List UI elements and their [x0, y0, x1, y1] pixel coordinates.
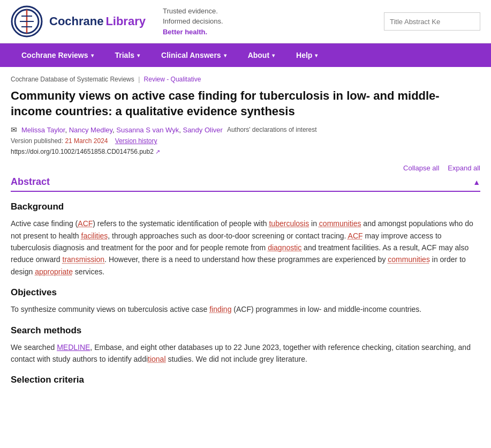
search-input[interactable]: [384, 12, 480, 31]
article-title: Community views on active case finding f…: [11, 88, 480, 119]
nav-clinical-answers[interactable]: Clinical Answers ▾: [150, 43, 237, 67]
communities-highlight-2: communities: [388, 255, 430, 264]
help-chevron-icon: ▾: [315, 53, 318, 58]
tuberculosis-highlight-1: tuberculosis: [269, 219, 309, 228]
main-nav: Cochrane Reviews ▾ Trials ▾ Clinical Ans…: [0, 43, 491, 67]
logo-cochrane: Cochrane Library: [49, 14, 146, 28]
breadcrumb: Cochrane Database of Systematic Reviews …: [11, 76, 480, 83]
diagnostic-highlight: diagnostic: [268, 243, 301, 252]
doi-line: https://doi.org/10.1002/14651858.CD01475…: [11, 148, 480, 155]
abstract-header[interactable]: Abstract ▲: [11, 176, 480, 192]
authors-line: ✉ Melissa Taylor, Nancy Medley, Susanna …: [11, 125, 480, 134]
background-body: Active case finding (ACF) refers to the …: [11, 218, 480, 278]
background-heading: Background: [11, 201, 480, 212]
version-line: Version published: 21 March 2024 Version…: [11, 137, 480, 145]
medline-link: MEDLINE: [57, 343, 90, 352]
appropriate-highlight: appropriate: [35, 267, 73, 276]
nav-trials[interactable]: Trials ▾: [104, 43, 151, 67]
author-melissa-link[interactable]: Melissa Taylor: [21, 126, 65, 134]
collapse-all-button[interactable]: Collapse all: [403, 164, 439, 172]
logo-area: Cochrane Library Trusted evidence. Infor…: [11, 5, 384, 38]
tagline-line3: Better health.: [163, 27, 223, 38]
email-icon: ✉: [11, 125, 17, 134]
author-nancy-link[interactable]: Nancy Medley: [69, 126, 112, 134]
breadcrumb-current: Review - Qualitative: [144, 76, 201, 83]
collapse-expand-bar: Collapse all Expand all: [11, 164, 480, 172]
declarations-link[interactable]: Authors' declarations of interest: [227, 126, 317, 133]
acf-highlight-2: ACF: [348, 232, 363, 240]
doi-link[interactable]: https://doi.org/10.1002/14651858.CD01475…: [11, 148, 154, 155]
external-link-icon: ↗: [155, 148, 160, 155]
facilities-highlight-1: facilities: [81, 232, 108, 240]
version-history-link[interactable]: Version history: [115, 137, 157, 145]
cochrane-reviews-chevron-icon: ▾: [91, 53, 94, 58]
abstract-collapse-icon: ▲: [473, 178, 480, 186]
nav-cochrane-reviews[interactable]: Cochrane Reviews ▾: [11, 43, 104, 67]
objectives-heading: Objectives: [11, 287, 480, 298]
selection-criteria-heading: Selection criteria: [11, 375, 480, 385]
version-published-label: Version published:: [11, 137, 63, 145]
author-susanna-link[interactable]: Susanna S van Wyk: [116, 126, 179, 134]
nav-help[interactable]: Help ▾: [285, 43, 328, 67]
breadcrumb-parent-link[interactable]: Cochrane Database of Systematic Reviews: [11, 76, 134, 83]
about-chevron-icon: ▾: [272, 53, 275, 58]
transmission-highlight: transmission: [63, 255, 105, 264]
expand-all-button[interactable]: Expand all: [448, 164, 480, 172]
version-date: 21 March 2024: [65, 137, 108, 145]
author-sandy-link[interactable]: Sandy Oliver: [183, 126, 222, 134]
logo-text: Cochrane Library: [49, 14, 146, 28]
authors-list: Melissa Taylor, Nancy Medley, Susanna S …: [21, 126, 223, 134]
nav-about[interactable]: About ▾: [237, 43, 285, 67]
tagline-line2: Informed decisions.: [163, 16, 223, 27]
tagline-line1: Trusted evidence.: [163, 6, 223, 17]
clinical-answers-chevron-icon: ▾: [224, 53, 226, 58]
objectives-body: To synthesize community views on tubercu…: [11, 303, 480, 315]
finding-highlight: finding: [209, 305, 231, 313]
abstract-title-label: Abstract: [11, 176, 50, 188]
breadcrumb-separator: |: [138, 76, 140, 83]
tagline: Trusted evidence. Informed decisions. Be…: [163, 6, 223, 38]
trials-chevron-icon: ▾: [137, 53, 140, 58]
tional-highlight: tional: [148, 355, 165, 363]
main-content: Cochrane Database of Systematic Reviews …: [0, 67, 491, 399]
communities-highlight-1: communities: [319, 219, 361, 228]
search-methods-heading: Search methods: [11, 325, 480, 336]
cochrane-logo-icon: [11, 5, 43, 38]
page-header: Cochrane Library Trusted evidence. Infor…: [0, 0, 491, 43]
acf-highlight-1: ACF: [78, 219, 93, 228]
abstract-section: Abstract ▲ Background Active case findin…: [11, 176, 480, 385]
search-methods-body: We searched MEDLINE, Embase, and eight o…: [11, 341, 480, 365]
